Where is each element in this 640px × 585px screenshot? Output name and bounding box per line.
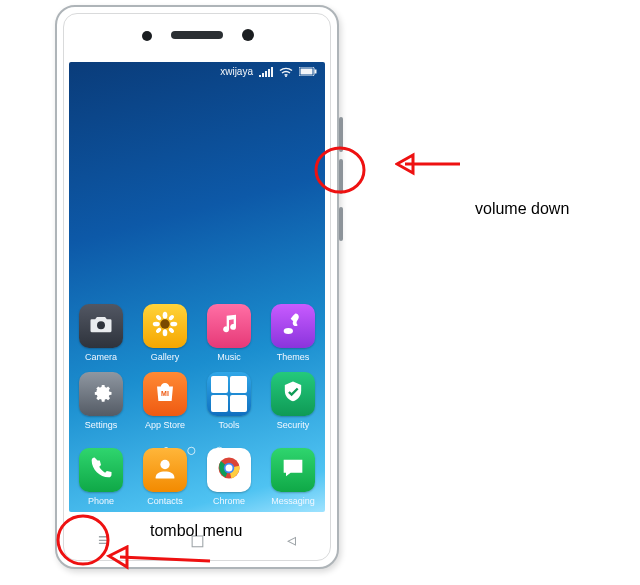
back-key[interactable]: ◃ bbox=[287, 531, 296, 549]
dock-phone-label: Phone bbox=[77, 496, 125, 506]
camera-icon bbox=[87, 310, 115, 342]
app-security-label: Security bbox=[269, 420, 317, 430]
tools-folder-icon bbox=[211, 376, 247, 412]
app-themes-label: Themes bbox=[269, 352, 317, 362]
dock-phone[interactable]: Phone bbox=[77, 448, 125, 506]
svg-point-9 bbox=[170, 322, 177, 327]
app-tools[interactable]: Tools bbox=[205, 372, 253, 430]
phone-screen: xwijaya Camera Gallery Music Themes bbox=[69, 62, 325, 512]
app-gallery-label: Gallery bbox=[141, 352, 189, 362]
dock-contacts[interactable]: Contacts bbox=[141, 448, 189, 506]
chrome-icon bbox=[215, 454, 243, 486]
store-bag-icon: MI bbox=[151, 378, 179, 410]
svg-point-6 bbox=[163, 312, 168, 319]
phone-body: xwijaya Camera Gallery Music Themes bbox=[55, 5, 339, 569]
volume-up-button[interactable] bbox=[339, 117, 343, 152]
app-camera[interactable]: Camera bbox=[77, 304, 125, 362]
svg-text:MI: MI bbox=[161, 390, 169, 397]
svg-rect-2 bbox=[301, 69, 313, 75]
svg-point-12 bbox=[155, 327, 162, 334]
svg-point-10 bbox=[155, 314, 162, 321]
dock-messaging[interactable]: Messaging bbox=[269, 448, 317, 506]
signal-icon bbox=[259, 67, 273, 77]
annotation-volume-down-arrow bbox=[395, 150, 465, 180]
home-row-1: Camera Gallery Music Themes bbox=[69, 304, 325, 362]
svg-rect-3 bbox=[315, 70, 317, 74]
sunflower-icon bbox=[151, 310, 179, 342]
music-note-icon bbox=[215, 310, 243, 342]
phone-handset-icon bbox=[87, 454, 115, 486]
app-store-label: App Store bbox=[141, 420, 189, 430]
svg-point-7 bbox=[163, 329, 168, 336]
shield-check-icon bbox=[279, 378, 307, 410]
app-tools-label: Tools bbox=[205, 420, 253, 430]
svg-point-5 bbox=[160, 319, 169, 328]
app-settings[interactable]: Settings bbox=[77, 372, 125, 430]
volume-down-button[interactable] bbox=[339, 159, 343, 194]
app-settings-label: Settings bbox=[77, 420, 125, 430]
power-button[interactable] bbox=[339, 207, 343, 241]
svg-point-13 bbox=[168, 327, 175, 334]
app-themes[interactable]: Themes bbox=[269, 304, 317, 362]
svg-point-14 bbox=[284, 328, 293, 334]
svg-point-4 bbox=[97, 321, 105, 329]
dock: Phone Contacts Chrome Messaging bbox=[69, 448, 325, 506]
battery-icon bbox=[299, 67, 317, 76]
menu-key[interactable]: ≡ bbox=[98, 531, 109, 549]
home-row-2: Settings MI App Store Tools Security bbox=[69, 372, 325, 430]
app-store[interactable]: MI App Store bbox=[141, 372, 189, 430]
dock-chrome-label: Chrome bbox=[205, 496, 253, 506]
svg-point-8 bbox=[153, 322, 160, 327]
proximity-sensor bbox=[142, 31, 152, 41]
dock-chrome[interactable]: Chrome bbox=[205, 448, 253, 506]
speaker-grille bbox=[171, 31, 223, 39]
front-camera bbox=[242, 29, 254, 41]
app-music[interactable]: Music bbox=[205, 304, 253, 362]
status-bar: xwijaya bbox=[69, 62, 325, 77]
messaging-icon bbox=[279, 454, 307, 486]
svg-point-17 bbox=[160, 460, 169, 469]
wifi-icon bbox=[279, 67, 293, 77]
person-icon bbox=[151, 454, 179, 486]
app-security[interactable]: Security bbox=[269, 372, 317, 430]
annotation-volume-down-label: volume down bbox=[475, 200, 569, 218]
gear-icon bbox=[87, 378, 115, 410]
annotation-menu-label: tombol menu bbox=[150, 522, 243, 540]
brush-icon bbox=[279, 310, 307, 342]
svg-point-20 bbox=[226, 465, 233, 472]
app-gallery[interactable]: Gallery bbox=[141, 304, 189, 362]
dock-messaging-label: Messaging bbox=[269, 496, 317, 506]
app-camera-label: Camera bbox=[77, 352, 125, 362]
svg-marker-23 bbox=[397, 155, 413, 173]
dock-contacts-label: Contacts bbox=[141, 496, 189, 506]
status-user: xwijaya bbox=[220, 66, 253, 77]
svg-point-11 bbox=[168, 314, 175, 321]
app-music-label: Music bbox=[205, 352, 253, 362]
